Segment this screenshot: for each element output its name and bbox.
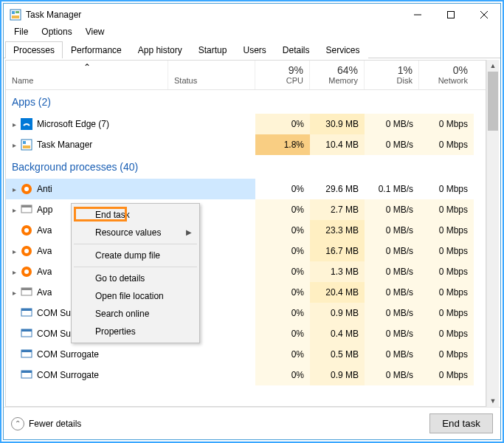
svg-rect-10 [23,141,26,144]
svg-rect-3 [12,16,19,18]
svg-point-17 [24,228,29,233]
network-cell: 0 Mbps [419,220,474,241]
context-menu-item[interactable]: Create dump file [73,247,198,264]
menu-view[interactable]: View [80,25,111,38]
app-icon [10,9,21,21]
process-name: Ava [37,246,52,256]
expand-icon[interactable]: ▸ [9,120,19,128]
network-cell: 0 Mbps [419,114,474,134]
context-menu-item[interactable]: Properties [73,323,198,340]
expand-icon[interactable]: ▸ [9,141,19,149]
col-status[interactable]: Status [168,61,255,89]
minimize-button[interactable] [401,4,434,26]
close-button[interactable] [467,4,500,26]
disk-cell: 0 MB/s [365,134,419,155]
context-menu-separator [74,244,197,244]
cpu-cell: 0% [255,241,310,261]
context-menu-item[interactable]: Go to details [73,269,198,287]
cpu-cell: 0% [255,365,310,385]
group-header: Background processes (40) [6,155,486,179]
end-task-button[interactable]: End task [429,413,493,433]
disk-cell: 0 MB/s [365,323,419,344]
process-row[interactable]: COM Surrogate0%0.9 MB0 MB/s0 Mbps [6,365,486,385]
context-menu-item[interactable]: End task [73,206,198,224]
context-menu-item[interactable]: Search online [73,305,198,323]
cpu-cell: 1.8% [255,134,310,155]
svg-rect-15 [21,205,32,207]
col-cpu[interactable]: 9% CPU [255,61,310,89]
expand-icon[interactable]: ▸ [9,268,19,276]
cpu-cell: 0% [255,344,310,365]
svg-rect-1 [12,11,15,14]
disk-cell: 0 MB/s [365,303,419,323]
svg-rect-5 [447,12,454,18]
process-icon [21,286,32,298]
tab-details[interactable]: Details [275,41,318,58]
cpu-cell: 0% [255,220,310,241]
tab-strip: Processes Performance App history Startu… [4,41,500,58]
maximize-button[interactable] [434,4,467,26]
network-cell: 0 Mbps [419,344,474,365]
svg-rect-29 [21,350,32,352]
titlebar[interactable]: Task Manager [4,4,500,26]
context-menu-item[interactable]: Resource values▶ [73,224,198,241]
cpu-cell: 0% [255,282,310,303]
memory-cell: 29.6 MB [310,179,365,199]
context-menu-item[interactable]: Open file location [73,287,198,305]
process-row[interactable]: ▸Task Manager1.8%10.4 MB0 MB/s0 Mbps [6,134,486,155]
cpu-cell: 0% [255,323,310,344]
svg-rect-25 [21,309,32,311]
network-cell: 0 Mbps [419,365,474,385]
tab-performance[interactable]: Performance [63,41,130,58]
svg-rect-23 [21,288,32,290]
process-icon [21,266,32,278]
process-row[interactable]: ▸Anti0%29.6 MB0.1 MB/s0 Mbps [6,179,486,199]
expand-icon[interactable]: ▸ [9,247,19,255]
disk-cell: 0 MB/s [365,241,419,261]
tab-app-history[interactable]: App history [130,41,190,58]
cpu-cell: 0% [255,261,310,282]
expand-icon[interactable]: ▸ [9,185,19,193]
disk-cell: 0 MB/s [365,199,419,220]
context-menu: End taskResource values▶Create dump file… [71,203,200,343]
svg-point-13 [24,187,29,191]
memory-cell: 16.7 MB [310,241,365,261]
col-memory[interactable]: 64% Memory [310,61,365,89]
tab-services[interactable]: Services [318,41,368,58]
svg-rect-31 [21,371,32,373]
context-menu-separator [74,267,197,267]
network-cell: 0 Mbps [419,303,474,323]
process-row[interactable]: COM Surrogate0%0.5 MB0 MB/s0 Mbps [6,344,486,365]
memory-cell: 23.3 MB [310,220,365,241]
disk-cell: 0 MB/s [365,365,419,385]
process-icon [21,307,32,319]
fewer-details-toggle[interactable]: ⌃ Fewer details [11,417,81,430]
menubar: File Options View [4,26,500,41]
menu-options[interactable]: Options [35,25,77,38]
process-row[interactable]: ▸Microsoft Edge (7)0%30.9 MB0 MB/s0 Mbps [6,114,486,134]
process-name: COM Surrogate [37,349,99,360]
vertical-scrollbar[interactable]: ▲ ▼ [486,60,499,407]
scroll-up-icon[interactable]: ▲ [487,60,499,72]
col-network[interactable]: 0% Network [419,61,474,89]
svg-point-19 [24,249,29,253]
process-icon [21,369,32,381]
tab-users[interactable]: Users [235,41,274,58]
scroll-thumb[interactable] [488,72,498,131]
memory-cell: 20.4 MB [310,282,365,303]
submenu-arrow-icon: ▶ [186,228,192,236]
expand-icon[interactable]: ▸ [9,206,19,214]
network-cell: 0 Mbps [419,134,474,155]
scroll-down-icon[interactable]: ▼ [487,395,499,407]
process-icon [21,204,32,216]
tab-startup[interactable]: Startup [190,41,235,58]
col-disk[interactable]: 1% Disk [365,61,419,89]
col-name[interactable]: ⌃ Name [6,61,168,89]
memory-cell: 30.9 MB [310,114,365,134]
network-cell: 0 Mbps [419,179,474,199]
menu-file[interactable]: File [8,25,34,38]
process-icon [21,183,32,195]
expand-icon[interactable]: ▸ [9,289,19,297]
tab-processes[interactable]: Processes [5,41,63,58]
memory-cell: 0.4 MB [310,323,365,344]
